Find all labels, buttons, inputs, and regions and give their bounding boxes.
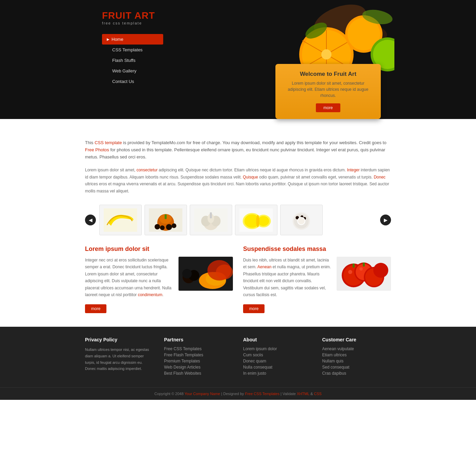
- title-color: ART: [134, 10, 155, 21]
- svg-point-45: [258, 216, 269, 226]
- gallery-prev-button[interactable]: ◀: [85, 215, 96, 225]
- footer: Privacy Policy Nullam ultrices tempor ni…: [0, 327, 476, 400]
- svg-rect-34: [165, 214, 167, 219]
- and-text: &: [310, 392, 313, 396]
- footer-link-best-flash[interactable]: Best Flash Websites: [164, 371, 233, 376]
- section2-more-button[interactable]: more: [243, 304, 265, 313]
- gallery-item-lemon[interactable]: [235, 205, 277, 235]
- designed-text: | Designed by: [221, 392, 244, 396]
- nav-item-flash-stuffs[interactable]: Flash Stuffs: [102, 55, 163, 66]
- section1-image: [178, 257, 233, 291]
- footer-link-in-enim[interactable]: In enim justo: [243, 371, 312, 376]
- copyright-text: Copyright © 2048: [154, 392, 184, 396]
- section2-image: [337, 257, 391, 291]
- main-content: This CSS template is provided by Templat…: [82, 139, 394, 194]
- gallery-item-coconut[interactable]: [280, 205, 323, 235]
- gallery-item-pumpkin[interactable]: [144, 205, 187, 235]
- footer-link-aenean[interactable]: Aenean vulputate: [322, 346, 391, 351]
- footer-customer-heading: Customer Care: [322, 337, 391, 342]
- section2-heading: Suspendisse sodales massa: [243, 245, 391, 253]
- gallery-item-garlic[interactable]: [190, 205, 232, 235]
- gallery-section: ◀: [82, 205, 394, 235]
- footer-privacy-heading: Privacy Policy: [85, 337, 154, 342]
- svg-rect-40: [210, 212, 212, 218]
- footer-link-web-design[interactable]: Web Design Articles: [164, 365, 233, 370]
- footer-link-nullam[interactable]: Nullam quis: [322, 359, 391, 363]
- svg-point-33: [172, 223, 176, 228]
- intro-paragraph-1: This CSS template is provided by Templat…: [85, 139, 391, 160]
- welcome-title: Welcome to Fruit Art: [284, 71, 373, 78]
- two-column-section: Lorem ipsum dolor sit Integer nec orci a…: [82, 245, 394, 313]
- condimentum-link[interactable]: condimentum: [138, 292, 162, 297]
- footer-bottom: Copyright © 2048 Your Company Name | Des…: [0, 387, 476, 400]
- nav-item-web-gallery[interactable]: Web Gallery: [102, 66, 163, 76]
- svg-point-62: [216, 265, 233, 279]
- nav-item-home[interactable]: Home: [102, 34, 163, 45]
- title-bold: FRUIT: [102, 10, 132, 21]
- footer-link-premium[interactable]: Premium Templates: [164, 359, 233, 363]
- gallery-items: [99, 205, 377, 235]
- body-paragraph-1: Lorem ipsum dolor sit amet, consectetur …: [85, 167, 391, 194]
- welcome-text: Lorem ipsum dolor sit amet, consectetur …: [284, 80, 373, 99]
- footer-about-heading: About: [243, 337, 312, 342]
- section1-heading: Lorem ipsum dolor sit: [85, 245, 233, 253]
- footer-link-nulla[interactable]: Nulla consequat: [243, 365, 312, 370]
- integer-link[interactable]: Integer: [347, 168, 359, 172]
- svg-rect-74: [363, 262, 365, 267]
- svg-point-8: [321, 49, 332, 60]
- footer-privacy-text: Nullam ultrices tempor nisi, ac egestas …: [85, 346, 154, 372]
- footer-link-donec-quam[interactable]: Donec quam: [243, 359, 312, 363]
- footer-link-cum-sociis[interactable]: Cum sociis: [243, 353, 312, 357]
- svg-rect-73: [353, 264, 355, 268]
- footer-link-lorem[interactable]: Lorem ipsum dolor: [243, 346, 312, 351]
- svg-point-46: [256, 215, 259, 227]
- nav-item-css-templates[interactable]: CSS Templates: [102, 45, 163, 55]
- svg-point-54: [298, 218, 305, 224]
- donec-link[interactable]: Donec: [374, 175, 386, 180]
- validate-text: | Validate: [280, 392, 296, 396]
- css-template-link[interactable]: CSS template: [95, 140, 122, 145]
- main-nav: Home CSS Templates Flash Stuffs Web Gall…: [102, 34, 163, 87]
- footer-link-etiam[interactable]: Etiam ultrices: [322, 353, 391, 357]
- section-left: Lorem ipsum dolor sit Integer nec orci a…: [85, 245, 233, 313]
- css-validate-link[interactable]: CSS: [314, 392, 322, 396]
- css-link[interactable]: Free CSS Templates: [245, 392, 279, 396]
- nav-item-contact-us[interactable]: Contact Us: [102, 76, 163, 87]
- svg-point-30: [155, 224, 160, 230]
- footer-about-col: About Lorem ipsum dolor Cum sociis Donec…: [243, 337, 312, 377]
- svg-point-32: [166, 224, 172, 230]
- free-photos-link[interactable]: Free Photos: [85, 147, 109, 152]
- aenean-link[interactable]: Aenean: [257, 265, 271, 269]
- svg-point-71: [348, 270, 352, 274]
- footer-privacy-col: Privacy Policy Nullam ultrices tempor ni…: [85, 337, 154, 377]
- footer-link-free-css[interactable]: Free CSS Templates: [164, 346, 233, 351]
- company-link[interactable]: Your Company Name: [185, 392, 220, 396]
- footer-link-cras[interactable]: Cras dapibus: [322, 371, 391, 376]
- gallery-next-button[interactable]: ▶: [380, 215, 391, 225]
- footer-partners-col: Partners Free CSS Templates Free Flash T…: [164, 337, 233, 377]
- footer-partners-heading: Partners: [164, 337, 233, 342]
- welcome-more-button[interactable]: more: [316, 103, 340, 112]
- footer-inner: Privacy Policy Nullam ultrices tempor ni…: [82, 337, 394, 387]
- gallery-item-banana[interactable]: [99, 205, 142, 235]
- footer-link-sed[interactable]: Sed consequat: [322, 365, 391, 370]
- consectetur-link[interactable]: consectetur: [136, 168, 157, 172]
- section-right: Suspendisse sodales massa Duis: [243, 245, 391, 313]
- svg-point-58: [182, 269, 192, 278]
- svg-point-72: [359, 267, 363, 271]
- quisque-link[interactable]: Quisque: [243, 175, 258, 180]
- xhtml-link[interactable]: XHTML: [297, 392, 309, 396]
- svg-point-31: [160, 225, 165, 230]
- svg-point-70: [373, 263, 388, 278]
- footer-link-free-flash[interactable]: Free Flash Templates: [164, 353, 233, 357]
- welcome-box: Welcome to Fruit Art Lorem ipsum dolor s…: [275, 64, 381, 119]
- section1-more-button[interactable]: more: [85, 304, 106, 313]
- footer-customer-col: Customer Care Aenean vulputate Etiam ult…: [322, 337, 391, 377]
